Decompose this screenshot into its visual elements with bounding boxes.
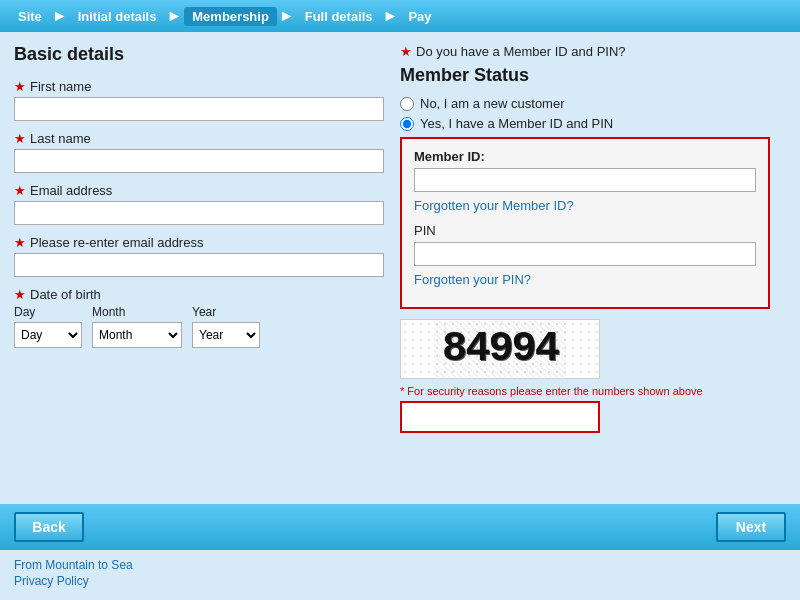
radio-new-label[interactable]: No, I am a new customer [420,96,565,111]
nav-arrow-3: ► [279,7,295,25]
captcha-note: * For security reasons please enter the … [400,385,770,397]
first-name-label-row: ★ First name [14,79,384,94]
member-status-question-row: ★ Do you have a Member ID and PIN? [400,44,770,59]
last-name-star: ★ [14,131,26,146]
day-group: Day Day123456789101112131415161718192021… [14,305,82,348]
radio-existing-row: Yes, I have a Member ID and PIN [400,116,770,131]
nav-arrow-2: ► [166,7,182,25]
nav-membership[interactable]: Membership [184,7,277,26]
member-status-title: Member Status [400,65,770,86]
page-title: Basic details [14,44,384,65]
dob-label-row: ★ Date of birth [14,287,384,302]
year-group: Year Year2024202320222021202020192018201… [192,305,260,348]
forgotten-pin-link[interactable]: Forgotten your PIN? [414,272,756,287]
year-select[interactable]: Year202420232022202120202019201820172016… [192,322,260,348]
re-email-label-row: ★ Please re-enter email address [14,235,384,250]
bottom-bar: Back Next [0,504,800,550]
captcha-text: 84994 [434,321,566,377]
radio-new-customer-row: No, I am a new customer [400,96,770,111]
next-button[interactable]: Next [716,512,786,542]
footer: From Mountain to Sea Privacy Policy [0,550,800,600]
nav-full-details[interactable]: Full details [297,9,381,24]
email-label-row: ★ Email address [14,183,384,198]
email-input[interactable] [14,201,384,225]
last-name-label-row: ★ Last name [14,131,384,146]
nav-pay[interactable]: Pay [400,9,439,24]
nav-site[interactable]: Site [10,9,50,24]
left-column: Basic details ★ First name ★ Last name ★… [14,44,384,433]
member-status-question: Do you have a Member ID and PIN? [416,44,626,59]
month-label: Month [92,305,182,319]
right-column: ★ Do you have a Member ID and PIN? Membe… [400,44,770,433]
month-select[interactable]: MonthJanuaryFebruaryMarchAprilMayJuneJul… [92,322,182,348]
day-label: Day [14,305,82,319]
member-id-input[interactable] [414,168,756,192]
forgotten-id-link[interactable]: Forgotten your Member ID? [414,198,756,213]
first-name-input[interactable] [14,97,384,121]
re-email-label: Please re-enter email address [30,235,203,250]
top-nav: Site ► Initial details ► Membership ► Fu… [0,0,800,32]
site-name-link[interactable]: From Mountain to Sea [14,558,786,572]
re-email-star: ★ [14,235,26,250]
first-name-label: First name [30,79,91,94]
dob-label: Date of birth [30,287,101,302]
pin-label: PIN [414,223,756,238]
dob-group: ★ Date of birth Day Day12345678910111213… [14,287,384,348]
dob-star: ★ [14,287,26,302]
email-star: ★ [14,183,26,198]
email-label: Email address [30,183,112,198]
nav-initial-details[interactable]: Initial details [70,9,165,24]
pin-input[interactable] [414,242,756,266]
member-id-pin-box: Member ID: Forgotten your Member ID? PIN… [400,137,770,309]
month-group: Month MonthJanuaryFebruaryMarchAprilMayJ… [92,305,182,348]
nav-arrow-1: ► [52,7,68,25]
year-label: Year [192,305,260,319]
nav-arrow-4: ► [383,7,399,25]
captcha-image: 84994 [400,319,600,379]
first-name-star: ★ [14,79,26,94]
day-select[interactable]: Day1234567891011121314151617181920212223… [14,322,82,348]
email-group: ★ Email address [14,183,384,225]
last-name-label: Last name [30,131,91,146]
last-name-group: ★ Last name [14,131,384,173]
back-button[interactable]: Back [14,512,84,542]
privacy-policy-link[interactable]: Privacy Policy [14,574,786,588]
re-email-input[interactable] [14,253,384,277]
last-name-input[interactable] [14,149,384,173]
dob-row: Day Day123456789101112131415161718192021… [14,305,384,348]
first-name-group: ★ First name [14,79,384,121]
radio-existing-member[interactable] [400,117,414,131]
member-id-label: Member ID: [414,149,756,164]
radio-new-customer[interactable] [400,97,414,111]
radio-existing-label[interactable]: Yes, I have a Member ID and PIN [420,116,613,131]
captcha-input[interactable] [400,401,600,433]
member-status-star: ★ [400,44,412,59]
re-email-group: ★ Please re-enter email address [14,235,384,277]
main-content: Basic details ★ First name ★ Last name ★… [0,32,800,445]
